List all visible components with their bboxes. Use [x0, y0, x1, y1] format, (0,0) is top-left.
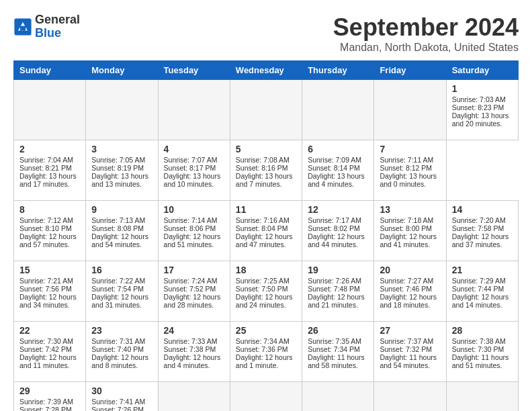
day-cell-4: 4 Sunrise: 7:07 AM Sunset: 8:17 PM Dayli… [158, 140, 230, 201]
day-cell-2: 2 Sunrise: 7:04 AM Sunset: 8:21 PM Dayli… [14, 140, 86, 201]
day-cell-23: 23 Sunrise: 7:31 AM Sunset: 7:40 PM Dayl… [86, 322, 158, 382]
day-cell-3: 3 Sunrise: 7:05 AM Sunset: 8:19 PM Dayli… [86, 140, 158, 201]
location-title: Mandan, North Dakota, United States [333, 42, 519, 54]
day-cell-11: 11 Sunrise: 7:16 AM Sunset: 8:04 PM Dayl… [230, 201, 302, 261]
title-area: September 2024 Mandan, North Dakota, Uni… [333, 13, 519, 54]
logo-icon [13, 17, 32, 36]
svg-rect-2 [20, 26, 26, 30]
day-cell-10: 10 Sunrise: 7:14 AM Sunset: 8:06 PM Dayl… [158, 201, 230, 261]
logo-text: General Blue [35, 13, 80, 40]
day-cell-29: 29 Sunrise: 7:39 AM Sunset: 7:28 PM Dayl… [14, 382, 86, 412]
day-cell-13: 13 Sunrise: 7:18 AM Sunset: 8:00 PM Dayl… [374, 201, 446, 261]
day-cell-28: 28 Sunrise: 7:38 AM Sunset: 7:30 PM Dayl… [446, 322, 518, 382]
empty-cell [446, 382, 518, 412]
day-cell-17: 17 Sunrise: 7:24 AM Sunset: 7:52 PM Dayl… [158, 261, 230, 322]
day-header-wednesday: Wednesday [230, 61, 302, 80]
day-cell-22: 22 Sunrise: 7:30 AM Sunset: 7:42 PM Dayl… [14, 322, 86, 382]
day-cell-1: 1 Sunrise: 7:03 AM Sunset: 8:23 PM Dayli… [446, 80, 518, 140]
empty-cell [302, 80, 374, 140]
day-cell-20: 20 Sunrise: 7:27 AM Sunset: 7:46 PM Dayl… [374, 261, 446, 322]
empty-cell [374, 382, 446, 412]
week-row-2: 2 Sunrise: 7:04 AM Sunset: 8:21 PM Dayli… [14, 140, 519, 201]
day-cell-12: 12 Sunrise: 7:17 AM Sunset: 8:02 PM Dayl… [302, 201, 374, 261]
week-row-6: 29 Sunrise: 7:39 AM Sunset: 7:28 PM Dayl… [14, 382, 519, 412]
empty-cell [158, 382, 230, 412]
calendar-table: SundayMondayTuesdayWednesdayThursdayFrid… [13, 60, 519, 411]
week-row-5: 22 Sunrise: 7:30 AM Sunset: 7:42 PM Dayl… [14, 322, 519, 382]
page-header: General Blue September 2024 Mandan, Nort… [13, 13, 519, 54]
week-row-3: 8 Sunrise: 7:12 AM Sunset: 8:10 PM Dayli… [14, 201, 519, 261]
day-cell-24: 24 Sunrise: 7:33 AM Sunset: 7:38 PM Dayl… [158, 322, 230, 382]
day-cell-30: 30 Sunrise: 7:41 AM Sunset: 7:26 PM Dayl… [86, 382, 158, 412]
day-header-tuesday: Tuesday [158, 61, 230, 80]
empty-cell [302, 382, 374, 412]
day-cell-18: 18 Sunrise: 7:25 AM Sunset: 7:50 PM Dayl… [230, 261, 302, 322]
day-cell-14: 14 Sunrise: 7:20 AM Sunset: 7:58 PM Dayl… [446, 201, 518, 261]
empty-cell [230, 382, 302, 412]
logo: General Blue [13, 13, 80, 40]
day-header-monday: Monday [86, 61, 158, 80]
day-header-sunday: Sunday [14, 61, 86, 80]
day-header-saturday: Saturday [446, 61, 518, 80]
day-header-friday: Friday [374, 61, 446, 80]
day-cell-8: 8 Sunrise: 7:12 AM Sunset: 8:10 PM Dayli… [14, 201, 86, 261]
day-cell-21: 21 Sunrise: 7:29 AM Sunset: 7:44 PM Dayl… [446, 261, 518, 322]
month-title: September 2024 [333, 13, 519, 42]
week-row-4: 15 Sunrise: 7:21 AM Sunset: 7:56 PM Dayl… [14, 261, 519, 322]
empty-cell [14, 80, 86, 140]
week-row-1: 1 Sunrise: 7:03 AM Sunset: 8:23 PM Dayli… [14, 80, 519, 140]
day-cell-26: 26 Sunrise: 7:35 AM Sunset: 7:34 PM Dayl… [302, 322, 374, 382]
day-cell-25: 25 Sunrise: 7:34 AM Sunset: 7:36 PM Dayl… [230, 322, 302, 382]
day-cell-27: 27 Sunrise: 7:37 AM Sunset: 7:32 PM Dayl… [374, 322, 446, 382]
day-cell-7: 7 Sunrise: 7:11 AM Sunset: 8:12 PM Dayli… [374, 140, 446, 201]
empty-cell [86, 80, 158, 140]
empty-cell [230, 80, 302, 140]
day-cell-16: 16 Sunrise: 7:22 AM Sunset: 7:54 PM Dayl… [86, 261, 158, 322]
day-cell-19: 19 Sunrise: 7:26 AM Sunset: 7:48 PM Dayl… [302, 261, 374, 322]
day-cell-6: 6 Sunrise: 7:09 AM Sunset: 8:14 PM Dayli… [302, 140, 374, 201]
day-header-thursday: Thursday [302, 61, 374, 80]
empty-cell [374, 80, 446, 140]
empty-cell [158, 80, 230, 140]
day-cell-15: 15 Sunrise: 7:21 AM Sunset: 7:56 PM Dayl… [14, 261, 86, 322]
day-cell-9: 9 Sunrise: 7:13 AM Sunset: 8:08 PM Dayli… [86, 201, 158, 261]
day-cell-5: 5 Sunrise: 7:08 AM Sunset: 8:16 PM Dayli… [230, 140, 302, 201]
